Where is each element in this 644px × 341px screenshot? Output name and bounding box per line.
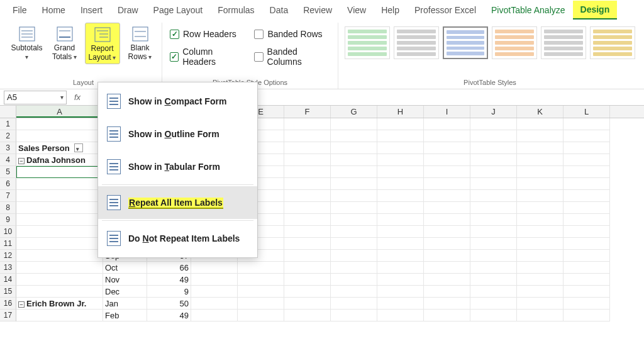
menu-do-not-repeat-labels[interactable]: Do Not Repeat Item Labels [98, 222, 257, 255]
tab-design[interactable]: Design [573, 1, 618, 20]
row-header[interactable]: 9 [0, 214, 16, 226]
pivottable-styles-gallery[interactable] [342, 23, 638, 59]
select-all-corner[interactable] [0, 106, 16, 118]
tab-draw[interactable]: Draw [110, 1, 146, 19]
checkbox-empty-icon [254, 30, 264, 39]
report-layout-button[interactable]: Report Layout [85, 23, 120, 64]
menu-label: Show in Outline Form [128, 129, 219, 139]
menu-show-outline[interactable]: Show in Outline Form [98, 118, 257, 150]
row-header[interactable]: 11 [0, 238, 16, 250]
row-header[interactable]: 2 [0, 130, 16, 142]
row-header[interactable]: 7 [0, 190, 16, 202]
tab-professor-excel[interactable]: Professor Excel [407, 1, 484, 19]
column-header[interactable]: A [16, 106, 103, 118]
style-thumb[interactable] [541, 26, 586, 59]
cell[interactable]: 66 [147, 262, 191, 274]
row-header[interactable]: 13 [0, 262, 16, 274]
column-header[interactable]: G [331, 106, 377, 118]
fx-icon[interactable]: fx [69, 92, 86, 102]
cell[interactable]: 49 [147, 310, 191, 321]
row-header[interactable]: 10 [0, 226, 16, 238]
active-cell[interactable] [16, 166, 103, 178]
pivot-item[interactable]: −Dafna Johnson [16, 154, 103, 166]
row-header[interactable]: 4 [0, 154, 16, 166]
collapse-icon[interactable]: − [18, 158, 25, 164]
cell[interactable]: Nov [103, 274, 147, 286]
style-thumb-selected[interactable] [443, 26, 488, 59]
filter-dropdown-icon[interactable] [74, 143, 83, 152]
tab-pivottable-analyze[interactable]: PivotTable Analyze [484, 1, 573, 19]
row-header[interactable]: 14 [0, 274, 16, 286]
menu-label: Do Not Repeat Item Labels [128, 233, 240, 243]
tab-data[interactable]: Data [262, 1, 296, 19]
menu-repeat-labels[interactable]: Repeat All Item Labels [98, 186, 257, 219]
table-row: Oct66 [16, 262, 610, 274]
row-header[interactable]: 16 [0, 298, 16, 310]
field-header-label: Sales Person [18, 143, 70, 153]
menu-show-compact[interactable]: Show in Compact Form [98, 85, 257, 118]
pivot-item[interactable]: −Erich Brown Jr. [16, 298, 103, 310]
cell[interactable]: 50 [147, 298, 191, 310]
layout-repeat-icon [107, 195, 121, 210]
blank-rows-button[interactable]: Blank Rows [123, 23, 158, 63]
formula-bar: A5 ▾ fx [0, 89, 644, 106]
row-header[interactable]: 15 [0, 286, 16, 298]
column-header[interactable]: K [517, 106, 564, 118]
row-header[interactable]: 17 [0, 310, 16, 321]
style-thumb[interactable] [492, 26, 537, 59]
cell[interactable]: Feb [103, 310, 147, 321]
column-header[interactable]: J [470, 106, 517, 118]
grand-totals-button[interactable]: Grand Totals [47, 23, 82, 63]
ribbon: Subtotals Grand Totals Report Layout Bla… [0, 20, 644, 89]
row-header[interactable]: 3 [0, 142, 16, 154]
grand-totals-icon [55, 25, 74, 43]
cell[interactable]: Oct [103, 262, 147, 274]
tab-formulas[interactable]: Formulas [210, 1, 262, 19]
tab-review[interactable]: Review [296, 1, 340, 19]
tab-insert[interactable]: Insert [73, 1, 110, 19]
menu-label: Repeat All Item Labels [128, 198, 223, 208]
chevron-down-icon[interactable]: ▾ [60, 94, 64, 101]
column-headers-checkbox[interactable]: Column Headers [166, 43, 248, 70]
tab-page-layout[interactable]: Page Layout [146, 1, 211, 19]
layout-compact-icon [107, 94, 121, 109]
column-header[interactable]: H [377, 106, 424, 118]
pivot-item-label: Erich Brown Jr. [26, 299, 86, 308]
row-header[interactable]: 5 [0, 166, 16, 178]
tab-home[interactable]: Home [35, 1, 73, 19]
grand-totals-label: Grand Totals [48, 44, 81, 62]
tab-file[interactable]: File [5, 1, 35, 19]
row-headers-checkbox[interactable]: Row Headers [166, 25, 248, 43]
svg-rect-7 [95, 28, 110, 42]
layout-outline-icon [107, 126, 121, 142]
cell[interactable]: 49 [147, 274, 191, 286]
cell[interactable]: Jan [103, 298, 147, 310]
table-row: Nov49 [16, 274, 610, 286]
name-box[interactable]: A5 ▾ [4, 91, 67, 104]
row-header[interactable]: 6 [0, 178, 16, 190]
column-header[interactable]: I [424, 106, 470, 118]
menu-show-tabular[interactable]: Show in Tabular Form [98, 150, 257, 183]
banded-columns-label: Banded Columns [267, 47, 330, 67]
row-header[interactable]: 12 [0, 250, 16, 262]
banded-rows-checkbox[interactable]: Banded Rows [250, 25, 334, 43]
row-header[interactable]: 8 [0, 202, 16, 214]
cell[interactable]: 9 [147, 286, 191, 298]
svg-rect-11 [133, 27, 148, 41]
tab-view[interactable]: View [340, 1, 374, 19]
tab-help[interactable]: Help [374, 1, 407, 19]
column-header[interactable]: F [284, 106, 331, 118]
column-header[interactable]: L [564, 106, 610, 118]
style-thumb[interactable] [394, 26, 439, 59]
banded-columns-checkbox[interactable]: Banded Columns [250, 43, 334, 70]
name-box-value: A5 [7, 92, 17, 102]
subtotals-icon [18, 25, 36, 43]
subtotals-button[interactable]: Subtotals [9, 23, 45, 63]
layout-norepeat-icon [107, 231, 121, 246]
collapse-icon[interactable]: − [18, 301, 25, 308]
pivot-field-header[interactable]: Sales Person [16, 142, 103, 154]
row-header[interactable]: 1 [0, 118, 16, 130]
style-thumb[interactable] [345, 26, 390, 59]
cell[interactable]: Dec [103, 286, 147, 298]
style-thumb[interactable] [590, 26, 635, 59]
